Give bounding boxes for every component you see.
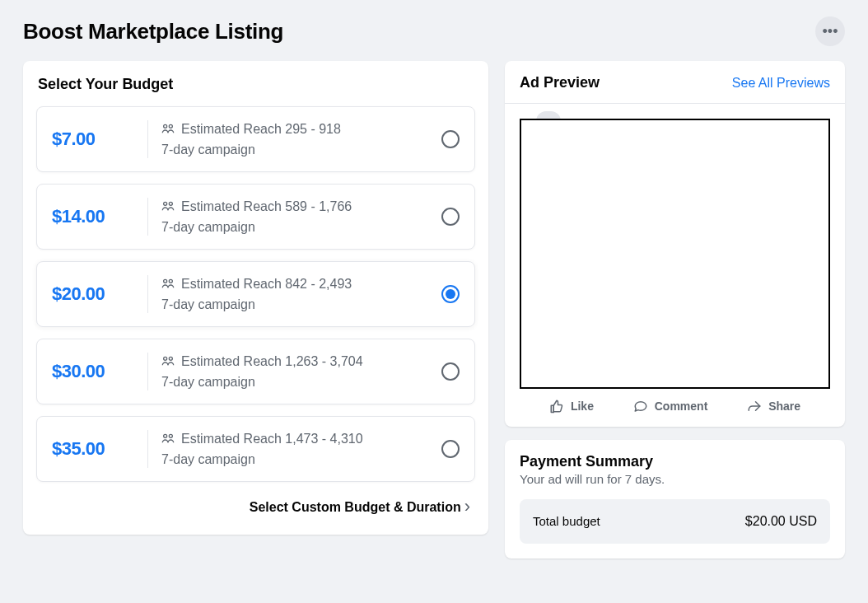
divider bbox=[147, 353, 148, 390]
see-all-previews-link[interactable]: See All Previews bbox=[732, 76, 830, 91]
budget-option-reach: Estimated Reach 1,473 - 4,310 bbox=[181, 432, 363, 446]
ad-preview-card: Ad Preview See All Previews Like bbox=[505, 61, 845, 427]
page-title: Boost Marketplace Listing bbox=[23, 19, 283, 44]
budget-option-reach: Estimated Reach 295 - 918 bbox=[181, 122, 341, 137]
svg-point-2 bbox=[164, 202, 167, 205]
budget-option-duration: 7-day campaign bbox=[161, 297, 441, 312]
total-budget-value: $20.00 USD bbox=[745, 514, 817, 529]
svg-point-9 bbox=[169, 434, 172, 437]
people-icon bbox=[161, 122, 175, 138]
people-icon bbox=[161, 199, 175, 215]
ad-preview-frame bbox=[520, 119, 830, 389]
custom-budget-link[interactable]: Select Custom Budget & Duration › bbox=[36, 497, 475, 518]
thumbs-up-icon bbox=[549, 399, 564, 414]
budget-option-reach: Estimated Reach 589 - 1,766 bbox=[181, 199, 352, 214]
budget-option-price: $35.00 bbox=[52, 438, 142, 460]
radio-button[interactable] bbox=[441, 285, 460, 303]
divider bbox=[147, 198, 148, 236]
budget-option[interactable]: $20.00 Estimated Reach 842 - 2,493 7-day… bbox=[36, 261, 475, 327]
comment-icon bbox=[633, 399, 648, 414]
radio-button[interactable] bbox=[441, 440, 460, 458]
divider bbox=[147, 120, 148, 158]
radio-button[interactable] bbox=[441, 362, 460, 381]
total-budget-row: Total budget $20.00 USD bbox=[520, 499, 830, 544]
radio-button[interactable] bbox=[441, 208, 460, 226]
like-button[interactable]: Like bbox=[549, 399, 594, 414]
budget-option[interactable]: $35.00 Estimated Reach 1,473 - 4,310 7-d… bbox=[36, 416, 475, 482]
more-menu-button[interactable]: ••• bbox=[815, 16, 845, 46]
budget-option-duration: 7-day campaign bbox=[161, 375, 441, 390]
custom-budget-label: Select Custom Budget & Duration bbox=[250, 500, 461, 515]
total-budget-label: Total budget bbox=[533, 514, 600, 528]
payment-summary-card: Payment Summary Your ad will run for 7 d… bbox=[505, 440, 845, 559]
budget-option-price: $14.00 bbox=[52, 206, 142, 227]
budget-option[interactable]: $30.00 Estimated Reach 1,263 - 3,704 7-d… bbox=[36, 339, 475, 404]
people-icon bbox=[161, 354, 175, 370]
svg-point-7 bbox=[169, 357, 172, 360]
payment-summary-title: Payment Summary bbox=[520, 453, 830, 470]
share-icon bbox=[747, 399, 762, 414]
divider bbox=[147, 275, 148, 313]
chevron-right-icon: › bbox=[464, 496, 470, 517]
comment-label: Comment bbox=[655, 400, 708, 413]
budget-section-title: Select Your Budget bbox=[36, 76, 475, 93]
payment-summary-subtitle: Your ad will run for 7 days. bbox=[520, 472, 830, 486]
people-icon bbox=[161, 277, 175, 292]
budget-option-reach: Estimated Reach 1,263 - 3,704 bbox=[181, 354, 363, 369]
budget-option-reach: Estimated Reach 842 - 2,493 bbox=[181, 277, 352, 292]
ad-preview-title: Ad Preview bbox=[520, 74, 600, 91]
svg-point-1 bbox=[169, 124, 172, 128]
budget-option-duration: 7-day campaign bbox=[161, 452, 441, 467]
share-button[interactable]: Share bbox=[747, 399, 800, 414]
budget-option-price: $7.00 bbox=[52, 129, 142, 150]
share-label: Share bbox=[768, 400, 800, 413]
ellipsis-icon: ••• bbox=[823, 24, 838, 39]
divider bbox=[147, 430, 148, 468]
like-label: Like bbox=[571, 400, 594, 413]
svg-point-4 bbox=[164, 279, 167, 283]
svg-point-0 bbox=[164, 124, 167, 128]
budget-option[interactable]: $7.00 Estimated Reach 295 - 918 7-day ca… bbox=[36, 106, 475, 172]
budget-card: Select Your Budget $7.00 Estimated Reach… bbox=[23, 61, 488, 535]
comment-button[interactable]: Comment bbox=[633, 399, 708, 414]
budget-option-price: $30.00 bbox=[52, 361, 142, 382]
svg-point-3 bbox=[169, 202, 172, 205]
budget-option-duration: 7-day campaign bbox=[161, 143, 441, 157]
svg-point-5 bbox=[169, 279, 172, 283]
radio-button[interactable] bbox=[441, 130, 460, 148]
people-icon bbox=[161, 432, 175, 447]
svg-point-6 bbox=[164, 357, 167, 360]
budget-option-price: $20.00 bbox=[52, 283, 142, 305]
budget-options-list: $7.00 Estimated Reach 295 - 918 7-day ca… bbox=[36, 106, 475, 482]
budget-option-duration: 7-day campaign bbox=[161, 220, 441, 235]
budget-option[interactable]: $14.00 Estimated Reach 589 - 1,766 7-day… bbox=[36, 184, 475, 250]
svg-point-8 bbox=[164, 434, 167, 437]
